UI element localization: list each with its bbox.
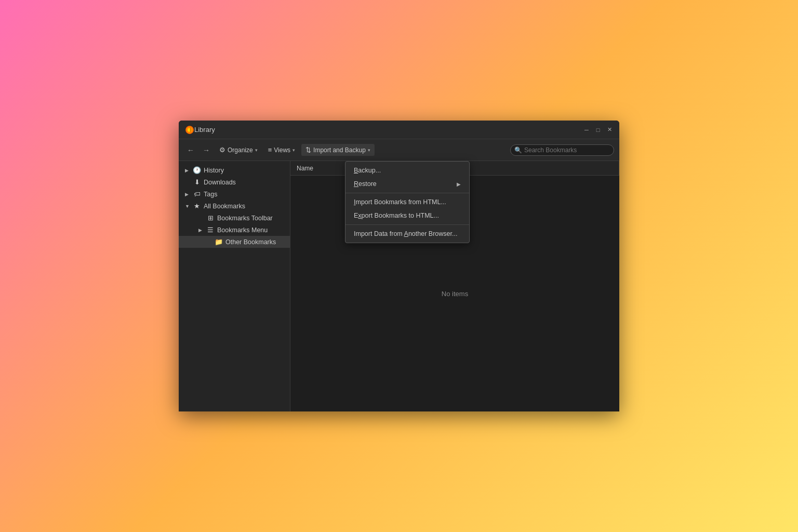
toolbar: ← → ⚙ Organize ▾ ≡ Views ▾ ⇅ Import and … xyxy=(179,139,619,161)
bookmarks-toolbar-label: Bookmarks Toolbar xyxy=(217,215,273,222)
menu-item-restore[interactable]: Restore ▶ xyxy=(345,177,469,191)
window-controls: ─ □ ✕ xyxy=(583,126,613,134)
restore-submenu-arrow-icon: ▶ xyxy=(457,181,461,187)
bookmarks-menu-icon: ☰ xyxy=(206,226,215,234)
tags-label: Tags xyxy=(204,191,217,198)
tags-icon: 🏷 xyxy=(193,190,201,198)
import-backup-dropdown: Backup... Restore ▶ Import Bookmarks fro… xyxy=(345,161,470,243)
restore-label: Restore xyxy=(354,180,377,188)
import-browser-label: Import Data from Another Browser... xyxy=(354,230,457,237)
bookmarks-menu-expand-icon: ▶ xyxy=(198,228,204,233)
sidebar-item-all-bookmarks[interactable]: ▼ ★ All Bookmarks xyxy=(179,200,290,212)
sidebar: ▶ 🕐 History ⬇ Downloads ▶ 🏷 Tags ▼ ★ All… xyxy=(179,161,290,411)
import-backup-arrow-icon: ▾ xyxy=(368,148,370,153)
window-title: Library xyxy=(194,126,583,134)
views-button[interactable]: ≡ Views ▾ xyxy=(264,144,299,156)
back-button[interactable]: ← xyxy=(184,144,197,156)
sidebar-item-bookmarks-toolbar[interactable]: ⊞ Bookmarks Toolbar xyxy=(179,212,290,224)
maximize-button[interactable]: □ xyxy=(594,126,602,134)
import-html-label: Import Bookmarks from HTML... xyxy=(354,198,446,206)
no-items-label: No items xyxy=(442,290,468,298)
organize-arrow-icon: ▾ xyxy=(255,148,258,153)
import-backup-icon: ⇅ xyxy=(305,146,311,154)
bookmarks-toolbar-icon: ⊞ xyxy=(206,214,215,222)
other-bookmarks-icon: 📁 xyxy=(215,238,223,246)
all-bookmarks-expand-icon: ▼ xyxy=(185,204,190,209)
menu-divider-2 xyxy=(345,224,469,225)
other-bookmarks-label: Other Bookmarks xyxy=(225,238,276,246)
search-input[interactable] xyxy=(510,144,614,156)
firefox-logo-icon xyxy=(185,125,194,135)
library-window: Library ─ □ ✕ ← → ⚙ Organize ▾ ≡ Views ▾… xyxy=(179,121,619,411)
import-backup-button[interactable]: ⇅ Import and Backup ▾ xyxy=(301,144,375,156)
menu-divider-1 xyxy=(345,193,469,193)
views-icon: ≡ xyxy=(268,146,272,154)
history-expand-icon: ▶ xyxy=(185,168,190,173)
all-bookmarks-icon: ★ xyxy=(193,202,201,210)
organize-icon: ⚙ xyxy=(219,146,225,154)
export-html-label: Export Bookmarks to HTML... xyxy=(354,212,439,219)
history-icon: 🕐 xyxy=(193,166,201,174)
organize-button[interactable]: ⚙ Organize ▾ xyxy=(215,144,262,156)
sidebar-item-bookmarks-menu[interactable]: ▶ ☰ Bookmarks Menu xyxy=(179,224,290,236)
organize-label: Organize xyxy=(228,147,253,154)
sidebar-item-downloads[interactable]: ⬇ Downloads xyxy=(179,176,290,188)
menu-item-import-browser[interactable]: Import Data from Another Browser... xyxy=(345,227,469,241)
sidebar-item-history[interactable]: ▶ 🕐 History xyxy=(179,164,290,176)
menu-item-export-html[interactable]: Export Bookmarks to HTML... xyxy=(345,209,469,222)
titlebar: Library ─ □ ✕ xyxy=(179,121,619,139)
import-backup-label: Import and Backup xyxy=(313,147,366,154)
menu-item-import-html[interactable]: Import Bookmarks from HTML... xyxy=(345,195,469,209)
close-button[interactable]: ✕ xyxy=(606,126,613,134)
forward-button[interactable]: → xyxy=(200,144,213,156)
sidebar-item-tags[interactable]: ▶ 🏷 Tags xyxy=(179,188,290,200)
backup-label: Backup... xyxy=(354,167,381,174)
menu-item-backup[interactable]: Backup... xyxy=(345,164,469,177)
sidebar-item-other-bookmarks[interactable]: 📁 Other Bookmarks xyxy=(179,236,290,248)
views-arrow-icon: ▾ xyxy=(292,148,295,153)
bookmarks-menu-label: Bookmarks Menu xyxy=(217,227,268,234)
minimize-button[interactable]: ─ xyxy=(583,126,590,134)
search-wrapper: 🔍 xyxy=(510,144,614,156)
all-bookmarks-label: All Bookmarks xyxy=(204,203,245,210)
downloads-label: Downloads xyxy=(204,179,236,186)
downloads-icon: ⬇ xyxy=(193,178,201,186)
tags-expand-icon: ▶ xyxy=(185,192,190,197)
history-label: History xyxy=(204,167,224,174)
views-label: Views xyxy=(274,147,290,154)
